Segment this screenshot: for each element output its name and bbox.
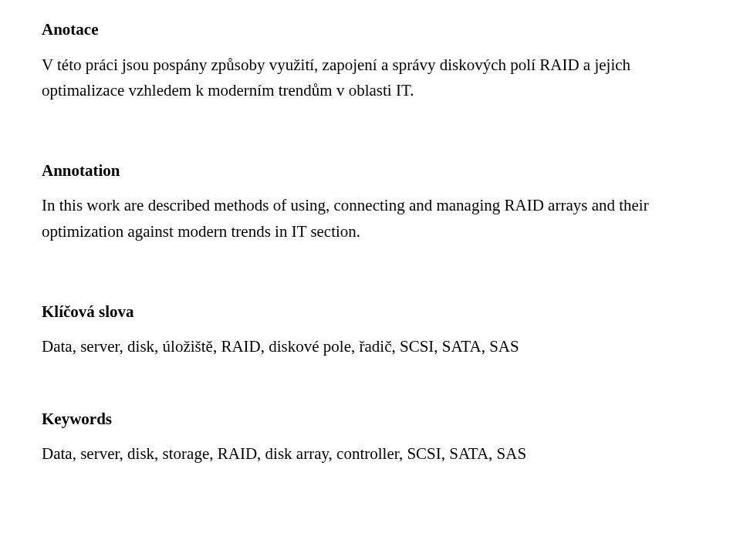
heading-klicova-slova: Klíčová slova	[42, 299, 678, 326]
section-annotation: Annotation In this work are described me…	[42, 158, 678, 245]
section-anotace: Anotace V této práci jsou pospány způsob…	[42, 17, 678, 104]
heading-annotation: Annotation	[42, 158, 678, 184]
section-keywords: Keywords Data, server, disk, storage, RA…	[42, 407, 678, 467]
heading-anotace: Anotace	[42, 17, 678, 43]
section-klicova-slova: Klíčová slova Data, server, disk, úložiš…	[42, 299, 678, 360]
body-klicova-slova: Data, server, disk, úložiště, RAID, disk…	[42, 334, 678, 360]
body-keywords: Data, server, disk, storage, RAID, disk …	[42, 441, 678, 467]
body-annotation: In this work are described methods of us…	[42, 193, 678, 245]
heading-keywords: Keywords	[42, 407, 678, 433]
body-anotace: V této práci jsou pospány způsoby využit…	[42, 52, 678, 104]
